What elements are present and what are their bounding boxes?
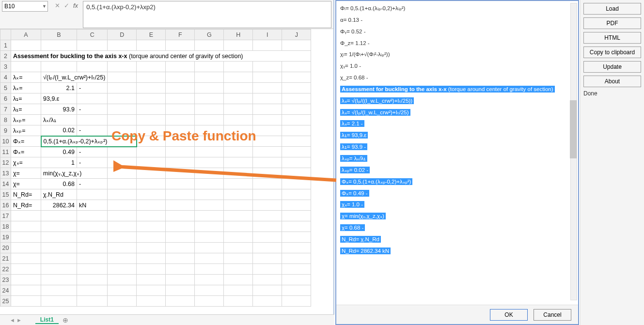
cell[interactable]: - [77,104,107,115]
col-hdr[interactable]: J [282,30,311,40]
cell[interactable]: 2862.34 [41,200,77,211]
cell[interactable]: Assessment for buckling to the axis x-x … [11,51,311,62]
chevron-down-icon[interactable]: ▼ [42,4,47,9]
row-hdr[interactable]: 13 [0,168,11,179]
preview-line-hl: λₓₚ= 0.02 - [339,165,575,176]
update-button[interactable]: Update [583,61,641,73]
pdf-button[interactable]: PDF [583,17,641,29]
row-hdr[interactable]: 5 [0,83,11,93]
cell[interactable]: 93,9.ε [41,93,77,104]
cell[interactable]: χ= [11,179,41,189]
preview-line-hl: λₓ= √(Iₚ/((I_w.L_crw²)+Iₜ/25)) [339,95,575,107]
cell[interactable]: 0.49 [41,147,77,157]
cell[interactable]: min(χᵧ,χ_z,χₓ) [41,168,108,179]
preview-line: Φ_z= 1.12 - [339,38,575,49]
cell[interactable]: 2.1 [41,83,77,93]
preview-content[interactable]: Φᵢ= 0,5.(1+α.(λᵢₚ-0,2)+λᵢₚ²) α= 0.13 - Φ… [339,3,575,303]
cell-selected[interactable]: 0,5.(1+α.(λₓₚ-0,2)+λₓₚ²) [41,136,137,147]
about-button[interactable]: About [583,76,641,87]
preview-line-hl: Φₓ= 0.49 - [339,188,575,200]
col-hdr[interactable]: F [166,30,195,40]
sheet-tab-active[interactable]: List1 [35,316,59,324]
cell[interactable]: λₓₚ= [11,125,41,136]
col-hdr[interactable]: D [108,30,137,40]
cancel-button[interactable]: Cancel [534,309,571,321]
cell[interactable]: χ.N_Rd [41,189,77,200]
col-hdr[interactable]: H [224,30,253,40]
row-hdr[interactable]: 17 [0,211,11,221]
preview-line-hl: λ₁= 93,9.ε [339,130,575,141]
cell[interactable]: √(Iₚ/(I_w.L_crw²)+Iₜ/25) [41,72,108,83]
row-hdr[interactable]: 22 [0,264,11,275]
row-hdr[interactable]: 11 [0,147,11,157]
cell[interactable]: Φₓ= [11,136,41,147]
grid[interactable]: A B C D E F G H I J 1 2 Assessment for b… [0,29,333,307]
row-hdr[interactable]: 14 [0,179,11,189]
row-hdr[interactable]: 7 [0,104,11,115]
cell[interactable]: χ= [11,168,41,179]
row-hdr[interactable]: 23 [0,275,11,285]
row-hdr[interactable]: 8 [0,115,11,125]
cell[interactable]: χₓ= [11,157,41,168]
row-hdr[interactable]: 19 [0,232,11,243]
row-hdr[interactable]: 4 [0,72,11,83]
cell[interactable]: - [77,125,107,136]
row-hdr[interactable]: 12 [0,157,11,168]
row-hdr[interactable]: 20 [0,243,11,253]
cell[interactable]: λ₁= [11,93,41,104]
scrollbar-thumb[interactable] [570,100,577,158]
cell[interactable]: 0.68 [41,179,77,189]
copy-clipboard-button[interactable]: Copy to clipboard [583,46,641,58]
ok-button[interactable]: OK [490,309,528,321]
row-hdr[interactable]: 16 [0,200,11,211]
add-sheet-icon[interactable]: ⊕ [63,316,68,324]
row-hdr[interactable]: 3 [0,62,11,72]
row-hdr[interactable]: 10 [0,136,11,147]
preview-line: Φᵧ= 0.52 - [339,26,575,38]
cell[interactable]: 0.02 [41,125,77,136]
cell[interactable]: λₓ= [11,83,41,93]
select-all-corner[interactable] [0,30,11,40]
status-label: Done [583,90,641,97]
row-hdr[interactable]: 2 [0,51,11,62]
row-hdr[interactable]: 21 [0,253,11,264]
cancel-icon[interactable]: ✕ [55,2,60,9]
cell[interactable]: λ₁= [11,104,41,115]
name-box[interactable]: B10 ▼ [2,1,48,12]
cell[interactable]: - [77,83,107,93]
cell[interactable]: Φₓ= [11,147,41,157]
cell[interactable]: λₓₚ= [11,115,41,125]
load-button[interactable]: Load [583,3,641,15]
cell[interactable]: N_Rd= [11,189,41,200]
cell[interactable]: λₓ/λ₁ [41,115,77,125]
cell[interactable]: - [77,157,107,168]
col-hdr[interactable]: I [253,30,282,40]
cell[interactable]: kN [77,200,107,211]
row-hdr[interactable]: 18 [0,221,11,232]
tab-nav-arrows[interactable]: ◄ ► [10,317,22,323]
cell[interactable]: - [77,147,107,157]
row-hdr[interactable]: 25 [0,296,11,307]
col-hdr[interactable]: E [137,30,166,40]
preview-scrollbar[interactable] [570,3,577,300]
html-button[interactable]: HTML [583,32,641,44]
col-hdr[interactable]: G [195,30,224,40]
col-hdr[interactable]: B [41,30,77,40]
row-hdr[interactable]: 15 [0,189,11,200]
preview-line: χ_z= 0.68 - [339,72,575,84]
row-hdr[interactable]: 1 [0,40,11,51]
formula-text: 0,5.(1+α.(λxp-0,2)+λxp2) [86,3,156,11]
cell[interactable]: 93.9 [41,104,77,115]
formula-input[interactable]: 0,5.(1+α.(λxp-0,2)+λxp2) [83,1,331,28]
cell[interactable]: 1 [41,157,77,168]
accept-icon[interactable]: ✓ [64,2,69,9]
col-hdr[interactable]: C [77,30,107,40]
fx-icon[interactable]: fx [73,2,78,9]
cell[interactable]: N_Rd= [11,200,41,211]
row-hdr[interactable]: 24 [0,285,11,296]
cell[interactable]: λₓ= [11,72,41,83]
cell[interactable]: - [77,179,107,189]
row-hdr[interactable]: 9 [0,125,11,136]
row-hdr[interactable]: 6 [0,93,11,104]
col-hdr[interactable]: A [11,30,41,40]
